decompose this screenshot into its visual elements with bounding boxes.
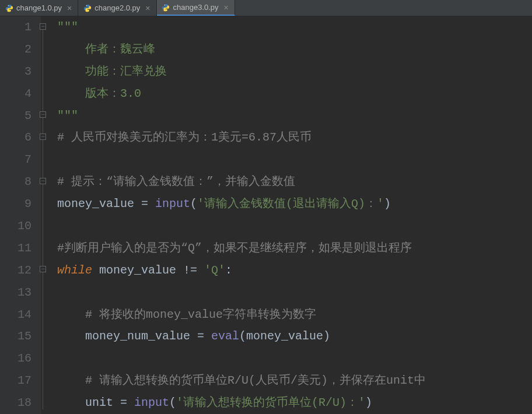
code-line[interactable]: """ [57, 16, 532, 38]
code-line[interactable]: unit = input('请输入想转换的货币单位(R/U)：') [57, 392, 532, 414]
line-number: 16 [0, 348, 32, 370]
code-line[interactable]: # 提示：“请输入金钱数值：”，并输入金数值 [57, 171, 532, 193]
line-number: 18 [0, 392, 32, 414]
line-number: 8 [0, 171, 32, 193]
tab-label: change3.0.py [173, 3, 219, 12]
line-number: 7 [0, 149, 32, 171]
line-number-gutter: 1 2 3 4 5 6 7 8 9 10 11 12 13 14 15 16 1… [0, 16, 41, 414]
fold-toggle-icon[interactable]: − [40, 178, 46, 184]
fold-toggle-icon[interactable]: − [40, 266, 46, 272]
tab-change3[interactable]: change3.0.py × [157, 0, 235, 16]
line-number: 6 [0, 127, 32, 149]
code-line[interactable]: # 将接收的money_value字符串转换为数字 [57, 304, 532, 326]
code-line[interactable] [57, 215, 532, 237]
python-file-icon [83, 3, 92, 12]
code-line[interactable]: money_num_value = eval(money_value) [57, 325, 532, 348]
line-number: 15 [0, 325, 32, 348]
fold-toggle-icon[interactable]: − [40, 134, 46, 140]
line-number: 3 [0, 61, 32, 83]
line-number: 9 [0, 193, 32, 215]
code-line[interactable]: #判断用户输入的是否为“Q”，如果不是继续程序，如果是则退出程序 [57, 237, 532, 259]
code-line[interactable]: 功能：汇率兑换 [57, 61, 532, 83]
svg-point-0 [8, 5, 8, 6]
line-number: 12 [0, 259, 32, 282]
line-number: 4 [0, 83, 32, 105]
line-number: 1 [0, 16, 32, 38]
code-line[interactable]: # 人民币对换美元的汇率为：1美元=6.87人民币 [57, 127, 532, 149]
code-line[interactable] [57, 149, 532, 171]
python-file-icon [162, 3, 170, 12]
svg-point-4 [164, 5, 165, 5]
close-icon[interactable]: × [66, 3, 73, 13]
code-line[interactable]: while money_value != 'Q': [57, 259, 532, 282]
line-number: 13 [0, 282, 32, 304]
code-editor[interactable]: 1 2 3 4 5 6 7 8 9 10 11 12 13 14 15 16 1… [0, 16, 532, 414]
fold-toggle-icon[interactable]: − [40, 111, 46, 118]
line-number: 11 [0, 237, 32, 259]
tab-change2[interactable]: change2.0.py × [78, 0, 156, 16]
code-line[interactable] [57, 348, 532, 370]
code-line[interactable]: 作者：魏云峰 [57, 38, 532, 61]
tab-change1[interactable]: change1.0.py × [0, 0, 78, 16]
code-line[interactable]: money_value = input('请输入金钱数值(退出请输入Q)：') [57, 193, 532, 215]
line-number: 5 [0, 105, 32, 127]
code-line[interactable]: # 请输入想转换的货币单位R/U(人民币/美元)，并保存在unit中 [57, 370, 532, 392]
line-number: 2 [0, 38, 32, 61]
tab-label: change2.0.py [94, 3, 140, 12]
tab-bar: change1.0.py × change2.0.py × change3.0.… [0, 0, 532, 16]
svg-point-3 [88, 10, 89, 10]
svg-point-1 [10, 10, 10, 10]
line-number: 10 [0, 215, 32, 237]
fold-toggle-icon[interactable]: − [40, 23, 46, 30]
line-number: 14 [0, 304, 32, 326]
fold-guide-line [43, 24, 43, 409]
tab-label: change1.0.py [16, 3, 62, 12]
code-line[interactable]: 版本：3.0 [57, 83, 532, 105]
close-icon[interactable]: × [223, 3, 230, 12]
svg-point-2 [86, 5, 86, 6]
svg-point-5 [166, 9, 167, 10]
close-icon[interactable]: × [144, 3, 151, 13]
code-line[interactable]: """ [57, 105, 532, 127]
code-line[interactable] [57, 282, 532, 304]
python-file-icon [5, 3, 13, 12]
line-number: 17 [0, 370, 32, 392]
code-content[interactable]: − − − − − """ 作者：魏云峰 功能：汇率兑换 版本：3.0 """ … [41, 16, 532, 414]
